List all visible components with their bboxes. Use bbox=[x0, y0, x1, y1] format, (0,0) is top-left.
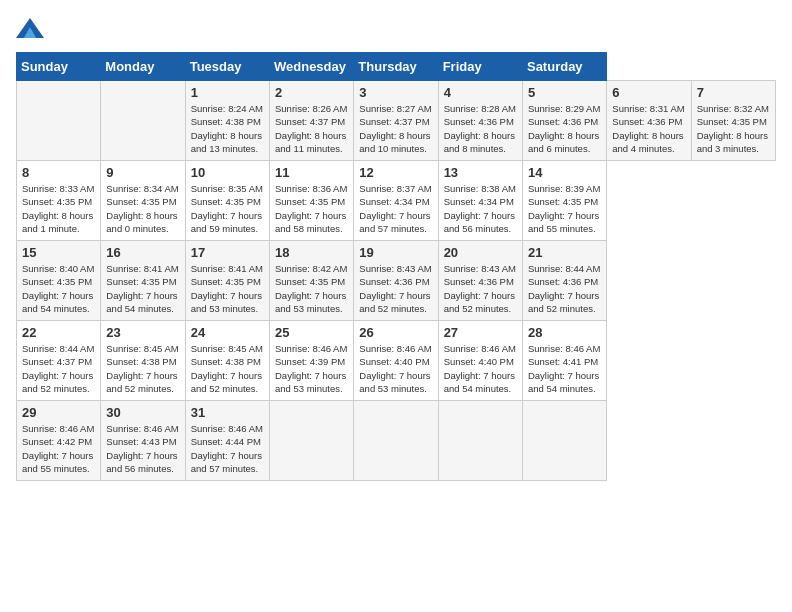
day-number: 8 bbox=[22, 165, 95, 180]
calendar-cell: 29Sunrise: 8:46 AMSunset: 4:42 PMDayligh… bbox=[17, 401, 101, 481]
day-number: 7 bbox=[697, 85, 770, 100]
calendar-cell: 10Sunrise: 8:35 AMSunset: 4:35 PMDayligh… bbox=[185, 161, 269, 241]
calendar-cell: 18Sunrise: 8:42 AMSunset: 4:35 PMDayligh… bbox=[269, 241, 353, 321]
calendar-cell: 13Sunrise: 8:38 AMSunset: 4:34 PMDayligh… bbox=[438, 161, 522, 241]
day-info: Sunrise: 8:32 AMSunset: 4:35 PMDaylight:… bbox=[697, 102, 770, 155]
day-number: 3 bbox=[359, 85, 432, 100]
calendar-cell bbox=[269, 401, 353, 481]
day-number: 14 bbox=[528, 165, 601, 180]
day-info: Sunrise: 8:46 AMSunset: 4:42 PMDaylight:… bbox=[22, 422, 95, 475]
calendar-cell: 14Sunrise: 8:39 AMSunset: 4:35 PMDayligh… bbox=[522, 161, 606, 241]
calendar-cell bbox=[522, 401, 606, 481]
day-number: 25 bbox=[275, 325, 348, 340]
day-info: Sunrise: 8:44 AMSunset: 4:37 PMDaylight:… bbox=[22, 342, 95, 395]
day-number: 17 bbox=[191, 245, 264, 260]
day-info: Sunrise: 8:43 AMSunset: 4:36 PMDaylight:… bbox=[444, 262, 517, 315]
day-number: 22 bbox=[22, 325, 95, 340]
day-number: 26 bbox=[359, 325, 432, 340]
weekday-header-sunday: Sunday bbox=[17, 53, 101, 81]
calendar-cell: 15Sunrise: 8:40 AMSunset: 4:35 PMDayligh… bbox=[17, 241, 101, 321]
calendar-cell: 23Sunrise: 8:45 AMSunset: 4:38 PMDayligh… bbox=[101, 321, 185, 401]
calendar-cell: 26Sunrise: 8:46 AMSunset: 4:40 PMDayligh… bbox=[354, 321, 438, 401]
calendar-cell bbox=[438, 401, 522, 481]
calendar-cell: 1Sunrise: 8:24 AMSunset: 4:38 PMDaylight… bbox=[185, 81, 269, 161]
calendar-cell: 7Sunrise: 8:32 AMSunset: 4:35 PMDaylight… bbox=[691, 81, 775, 161]
day-info: Sunrise: 8:46 AMSunset: 4:40 PMDaylight:… bbox=[359, 342, 432, 395]
day-info: Sunrise: 8:46 AMSunset: 4:43 PMDaylight:… bbox=[106, 422, 179, 475]
calendar-cell: 28Sunrise: 8:46 AMSunset: 4:41 PMDayligh… bbox=[522, 321, 606, 401]
calendar-cell: 30Sunrise: 8:46 AMSunset: 4:43 PMDayligh… bbox=[101, 401, 185, 481]
day-number: 5 bbox=[528, 85, 601, 100]
calendar-cell: 24Sunrise: 8:45 AMSunset: 4:38 PMDayligh… bbox=[185, 321, 269, 401]
day-info: Sunrise: 8:44 AMSunset: 4:36 PMDaylight:… bbox=[528, 262, 601, 315]
weekday-header-wednesday: Wednesday bbox=[269, 53, 353, 81]
day-number: 28 bbox=[528, 325, 601, 340]
day-info: Sunrise: 8:46 AMSunset: 4:39 PMDaylight:… bbox=[275, 342, 348, 395]
day-number: 19 bbox=[359, 245, 432, 260]
day-info: Sunrise: 8:38 AMSunset: 4:34 PMDaylight:… bbox=[444, 182, 517, 235]
day-number: 9 bbox=[106, 165, 179, 180]
calendar-cell: 27Sunrise: 8:46 AMSunset: 4:40 PMDayligh… bbox=[438, 321, 522, 401]
day-number: 4 bbox=[444, 85, 517, 100]
day-number: 11 bbox=[275, 165, 348, 180]
calendar-table: SundayMondayTuesdayWednesdayThursdayFrid… bbox=[16, 52, 776, 481]
weekday-header-monday: Monday bbox=[101, 53, 185, 81]
calendar-cell: 11Sunrise: 8:36 AMSunset: 4:35 PMDayligh… bbox=[269, 161, 353, 241]
weekday-header-tuesday: Tuesday bbox=[185, 53, 269, 81]
day-info: Sunrise: 8:24 AMSunset: 4:38 PMDaylight:… bbox=[191, 102, 264, 155]
day-number: 12 bbox=[359, 165, 432, 180]
calendar-week-5: 29Sunrise: 8:46 AMSunset: 4:42 PMDayligh… bbox=[17, 401, 776, 481]
day-info: Sunrise: 8:35 AMSunset: 4:35 PMDaylight:… bbox=[191, 182, 264, 235]
calendar-cell: 5Sunrise: 8:29 AMSunset: 4:36 PMDaylight… bbox=[522, 81, 606, 161]
day-info: Sunrise: 8:41 AMSunset: 4:35 PMDaylight:… bbox=[106, 262, 179, 315]
day-info: Sunrise: 8:46 AMSunset: 4:41 PMDaylight:… bbox=[528, 342, 601, 395]
day-info: Sunrise: 8:43 AMSunset: 4:36 PMDaylight:… bbox=[359, 262, 432, 315]
calendar-cell: 21Sunrise: 8:44 AMSunset: 4:36 PMDayligh… bbox=[522, 241, 606, 321]
day-info: Sunrise: 8:34 AMSunset: 4:35 PMDaylight:… bbox=[106, 182, 179, 235]
day-number: 27 bbox=[444, 325, 517, 340]
day-number: 24 bbox=[191, 325, 264, 340]
day-number: 2 bbox=[275, 85, 348, 100]
day-info: Sunrise: 8:31 AMSunset: 4:36 PMDaylight:… bbox=[612, 102, 685, 155]
calendar-cell bbox=[101, 81, 185, 161]
day-number: 29 bbox=[22, 405, 95, 420]
day-info: Sunrise: 8:26 AMSunset: 4:37 PMDaylight:… bbox=[275, 102, 348, 155]
day-info: Sunrise: 8:28 AMSunset: 4:36 PMDaylight:… bbox=[444, 102, 517, 155]
day-number: 18 bbox=[275, 245, 348, 260]
calendar-cell: 12Sunrise: 8:37 AMSunset: 4:34 PMDayligh… bbox=[354, 161, 438, 241]
page-header bbox=[16, 16, 776, 40]
calendar-cell: 17Sunrise: 8:41 AMSunset: 4:35 PMDayligh… bbox=[185, 241, 269, 321]
day-number: 15 bbox=[22, 245, 95, 260]
day-info: Sunrise: 8:39 AMSunset: 4:35 PMDaylight:… bbox=[528, 182, 601, 235]
day-number: 21 bbox=[528, 245, 601, 260]
calendar-cell: 3Sunrise: 8:27 AMSunset: 4:37 PMDaylight… bbox=[354, 81, 438, 161]
day-number: 1 bbox=[191, 85, 264, 100]
calendar-cell: 9Sunrise: 8:34 AMSunset: 4:35 PMDaylight… bbox=[101, 161, 185, 241]
calendar-cell: 20Sunrise: 8:43 AMSunset: 4:36 PMDayligh… bbox=[438, 241, 522, 321]
calendar-cell: 16Sunrise: 8:41 AMSunset: 4:35 PMDayligh… bbox=[101, 241, 185, 321]
calendar-cell: 31Sunrise: 8:46 AMSunset: 4:44 PMDayligh… bbox=[185, 401, 269, 481]
calendar-week-1: 1Sunrise: 8:24 AMSunset: 4:38 PMDaylight… bbox=[17, 81, 776, 161]
day-info: Sunrise: 8:27 AMSunset: 4:37 PMDaylight:… bbox=[359, 102, 432, 155]
day-info: Sunrise: 8:37 AMSunset: 4:34 PMDaylight:… bbox=[359, 182, 432, 235]
day-number: 13 bbox=[444, 165, 517, 180]
calendar-cell: 19Sunrise: 8:43 AMSunset: 4:36 PMDayligh… bbox=[354, 241, 438, 321]
day-info: Sunrise: 8:45 AMSunset: 4:38 PMDaylight:… bbox=[106, 342, 179, 395]
day-info: Sunrise: 8:45 AMSunset: 4:38 PMDaylight:… bbox=[191, 342, 264, 395]
calendar-cell bbox=[17, 81, 101, 161]
calendar-cell: 25Sunrise: 8:46 AMSunset: 4:39 PMDayligh… bbox=[269, 321, 353, 401]
day-info: Sunrise: 8:40 AMSunset: 4:35 PMDaylight:… bbox=[22, 262, 95, 315]
weekday-header-saturday: Saturday bbox=[522, 53, 606, 81]
day-info: Sunrise: 8:42 AMSunset: 4:35 PMDaylight:… bbox=[275, 262, 348, 315]
day-info: Sunrise: 8:41 AMSunset: 4:35 PMDaylight:… bbox=[191, 262, 264, 315]
calendar-cell: 22Sunrise: 8:44 AMSunset: 4:37 PMDayligh… bbox=[17, 321, 101, 401]
day-info: Sunrise: 8:36 AMSunset: 4:35 PMDaylight:… bbox=[275, 182, 348, 235]
weekday-header-friday: Friday bbox=[438, 53, 522, 81]
calendar-week-4: 22Sunrise: 8:44 AMSunset: 4:37 PMDayligh… bbox=[17, 321, 776, 401]
logo-icon bbox=[16, 16, 44, 40]
calendar-cell: 4Sunrise: 8:28 AMSunset: 4:36 PMDaylight… bbox=[438, 81, 522, 161]
day-info: Sunrise: 8:29 AMSunset: 4:36 PMDaylight:… bbox=[528, 102, 601, 155]
day-info: Sunrise: 8:46 AMSunset: 4:40 PMDaylight:… bbox=[444, 342, 517, 395]
day-number: 20 bbox=[444, 245, 517, 260]
day-info: Sunrise: 8:33 AMSunset: 4:35 PMDaylight:… bbox=[22, 182, 95, 235]
